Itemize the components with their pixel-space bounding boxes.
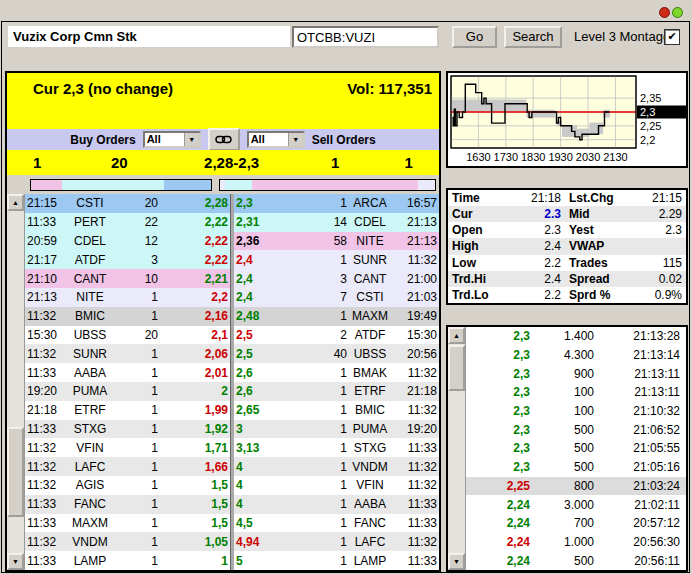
trade-row[interactable]: 2,390021:13:11 — [466, 364, 686, 383]
quote-label: Mid — [561, 207, 625, 221]
bid-row[interactable]: 11:32LAFC11,66 — [25, 457, 230, 476]
x-tick-label: 1630 — [466, 151, 490, 163]
ask-row[interactable]: 41VFIN11:32 — [234, 476, 439, 495]
trade-row[interactable]: 2,34.30021:13:14 — [466, 346, 686, 365]
ask-mm: FANC — [347, 516, 393, 530]
ask-row[interactable]: 41VNDM11:32 — [234, 457, 439, 476]
bid-row[interactable]: 11:33PERT222,22 — [25, 213, 230, 232]
trade-row[interactable]: 2,243.00021:02:11 — [466, 495, 686, 514]
ask-row[interactable]: 51LAMP11:33 — [234, 551, 439, 570]
y-tick-label: 2,35 — [640, 92, 661, 104]
bid-row[interactable]: 11:32SUNR12,06 — [25, 344, 230, 363]
bid-list: 21:15CSTI202,2811:33PERT222,2220:59CDEL1… — [25, 194, 230, 570]
bid-row[interactable]: 21:13NITE12,2 — [25, 288, 230, 307]
trade-time: 20:56:11 — [594, 554, 680, 568]
scrollbar-thumb[interactable] — [7, 427, 24, 517]
scroll-down-button[interactable]: ▼ — [448, 553, 465, 570]
bid-row[interactable]: 21:15CSTI202,28 — [25, 194, 230, 213]
book-scrollbar[interactable]: ▲ ▼ — [7, 194, 25, 570]
ask-price: 3 — [236, 422, 286, 436]
ask-row[interactable]: 2,52ATDF15:30 — [234, 326, 439, 345]
sell-filter-select[interactable]: All ▼ — [247, 131, 305, 148]
ask-mm: ETRF — [347, 384, 393, 398]
level3-montage-checkbox[interactable]: ✔ — [664, 29, 680, 45]
bid-time: 11:33 — [27, 422, 67, 436]
ask-time: 19:20 — [393, 422, 437, 436]
search-button[interactable]: Search — [504, 26, 562, 48]
go-button[interactable]: Go — [452, 26, 497, 48]
bid-price: 2,06 — [174, 347, 228, 361]
ask-row[interactable]: 2,61ETRF21:18 — [234, 382, 439, 401]
bid-row[interactable]: 11:32BMIC12,16 — [25, 307, 230, 326]
bid-row[interactable]: 11:33FANC11,5 — [25, 495, 230, 514]
symbol-input[interactable] — [292, 26, 439, 48]
x-tick-label: 2130 — [603, 151, 627, 163]
ask-row[interactable]: 2,3658NITE21:13 — [234, 232, 439, 251]
trade-row[interactable]: 2,2470020:57:12 — [466, 514, 686, 533]
depth-segment — [164, 180, 211, 190]
ask-price: 4,94 — [236, 535, 286, 549]
scroll-up-button[interactable]: ▲ — [7, 194, 24, 211]
ask-row[interactable]: 3,131STXG11:33 — [234, 438, 439, 457]
ask-row[interactable]: 2,47CSTI21:03 — [234, 288, 439, 307]
bid-size: 1 — [113, 478, 174, 492]
trade-row[interactable]: 2,241.00020:56:30 — [466, 533, 686, 552]
bid-row[interactable]: 11:33STXG11,92 — [25, 420, 230, 439]
trade-row[interactable]: 2,310021:10:32 — [466, 402, 686, 421]
ask-row[interactable]: 2,31ARCA16:57 — [234, 194, 439, 213]
ask-price: 2,6 — [236, 366, 286, 380]
bid-time: 11:32 — [27, 309, 67, 323]
bid-row[interactable]: 21:17ATDF32,22 — [25, 250, 230, 269]
ask-size: 1 — [286, 460, 347, 474]
bid-row[interactable]: 11:32VNDM11,05 — [25, 532, 230, 551]
bid-row[interactable]: 20:59CDEL122,22 — [25, 232, 230, 251]
trade-row[interactable]: 2,2450020:56:11 — [466, 551, 686, 570]
ask-row[interactable]: 31PUMA19:20 — [234, 420, 439, 439]
ask-row[interactable]: 2,540UBSS20:56 — [234, 344, 439, 363]
bid-row[interactable]: 15:30UBSS202,1 — [25, 326, 230, 345]
trades-scrollbar[interactable]: ▲ ▼ — [448, 327, 466, 570]
trade-row[interactable]: 2,350021:06:52 — [466, 420, 686, 439]
quote-row: Low2.2Trades115 — [448, 255, 686, 271]
ask-size: 1 — [292, 154, 378, 171]
bid-row[interactable]: 21:10CANT102,21 — [25, 269, 230, 288]
trade-size: 4.300 — [530, 348, 594, 362]
trade-row[interactable]: 2,31.40021:13:28 — [466, 327, 686, 346]
ask-row[interactable]: 4,51FANC11:33 — [234, 514, 439, 533]
trade-row[interactable]: 2,350021:05:55 — [466, 439, 686, 458]
bid-price: 1,66 — [174, 460, 228, 474]
bid-row[interactable]: 11:33MAXM11,5 — [25, 514, 230, 533]
ask-row[interactable]: 41AABA11:33 — [234, 495, 439, 514]
bid-row[interactable]: 11:32VFIN11,71 — [25, 438, 230, 457]
ask-row[interactable]: 2,43CANT21:00 — [234, 269, 439, 288]
trade-row[interactable]: 2,2580021:03:24 — [466, 477, 686, 496]
link-filters-button[interactable] — [208, 128, 240, 151]
ask-row[interactable]: 2,481MAXM19:49 — [234, 307, 439, 326]
ask-row[interactable]: 2,651BMIC11:32 — [234, 401, 439, 420]
scrollbar-thumb[interactable] — [448, 345, 465, 391]
trade-row[interactable]: 2,350021:05:16 — [466, 458, 686, 477]
order-filter-bar: Buy Orders All ▼ All ▼ Sell Orders — [7, 129, 439, 150]
depth-distribution-bars — [7, 175, 439, 194]
chevron-down-icon[interactable]: ▼ — [184, 133, 199, 146]
green-status-dot[interactable] — [672, 7, 683, 18]
trade-row[interactable]: 2,310021:13:11 — [466, 383, 686, 402]
bid-row[interactable]: 21:18ETRF11,99 — [25, 401, 230, 420]
bid-row[interactable]: 11:33LAMP11 — [25, 551, 230, 570]
quote-value: 2.4 — [504, 239, 561, 253]
ask-row[interactable]: 2,41SUNR11:32 — [234, 250, 439, 269]
buy-filter-select[interactable]: All ▼ — [143, 131, 201, 148]
bid-mm: LAMP — [67, 554, 113, 568]
bid-row[interactable]: 11:33AABA12,01 — [25, 363, 230, 382]
ask-row[interactable]: 2,3114CDEL21:13 — [234, 213, 439, 232]
ask-row[interactable]: 2,61BMAK11:32 — [234, 363, 439, 382]
ask-row[interactable]: 4,941LAFC11:32 — [234, 532, 439, 551]
bid-mm: UBSS — [67, 328, 113, 342]
chevron-down-icon[interactable]: ▼ — [288, 133, 303, 146]
scroll-down-button[interactable]: ▼ — [7, 553, 24, 570]
red-status-dot[interactable] — [659, 7, 670, 18]
bid-time: 11:32 — [27, 460, 67, 474]
bid-row[interactable]: 11:32AGIS11,5 — [25, 476, 230, 495]
scroll-up-button[interactable]: ▲ — [448, 327, 465, 344]
bid-row[interactable]: 19:20PUMA12 — [25, 382, 230, 401]
